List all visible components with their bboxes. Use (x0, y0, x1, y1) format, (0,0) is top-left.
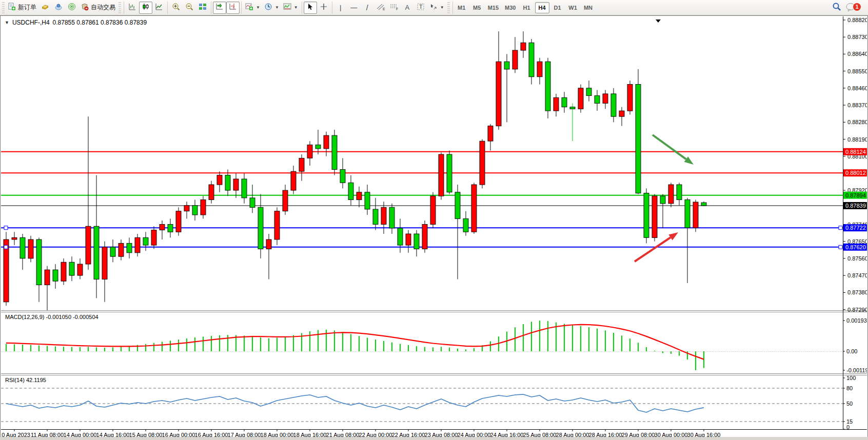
line-chart-icon (155, 3, 163, 12)
timeframe-MN[interactable]: MN (581, 2, 596, 13)
auto-trading-button[interactable]: 自动交易 (78, 2, 117, 14)
svg-text:0.88012: 0.88012 (845, 170, 866, 176)
toolbar-grip[interactable] (2, 2, 5, 13)
chevron-down-icon: ▼ (275, 5, 279, 10)
timeframe-H4[interactable]: H4 (535, 2, 549, 13)
svg-text:0.88730: 0.88730 (847, 34, 867, 40)
chart-shift-icon (229, 3, 237, 12)
separator (332, 2, 332, 14)
periods-button[interactable]: ▼ (262, 2, 281, 14)
candlestick-chart-button[interactable] (139, 2, 152, 14)
fibonacci-tool[interactable]: F (387, 2, 401, 14)
chart-symbol: USDCHF-,H4 (12, 19, 50, 26)
svg-text:0.88550: 0.88550 (847, 68, 867, 74)
shapes-icon (429, 3, 438, 12)
svg-text:E: E (383, 7, 385, 11)
svg-text:0.87380: 0.87380 (847, 289, 867, 295)
trendline-tool[interactable]: / (361, 2, 374, 14)
svg-text:0.88370: 0.88370 (847, 102, 867, 108)
vertical-line-tool[interactable]: | (334, 2, 347, 14)
separator (241, 2, 242, 14)
separator (124, 2, 124, 14)
person-cloud-icon (54, 3, 63, 12)
hline-handle (839, 226, 842, 230)
channel-icon: E (376, 3, 385, 12)
price-tag-0.87839: 0.87839 (843, 202, 867, 209)
trendline-icon: / (366, 4, 368, 12)
clock-icon (264, 3, 272, 12)
timeframe-M15[interactable]: M15 (485, 2, 501, 13)
chevron-down-icon: ▼ (256, 5, 260, 10)
macd-indicator-label: MACD(12,26,9) -0.001050 -0.000504 (5, 314, 98, 320)
zoom-in-icon (172, 3, 180, 12)
indicators-icon (245, 3, 253, 12)
text-tool[interactable]: A (401, 2, 414, 14)
timeframe-M30[interactable]: M30 (502, 2, 518, 13)
templates-button[interactable]: ▼ (281, 2, 300, 14)
svg-text:0.87620: 0.87620 (845, 244, 866, 250)
chart-dropdown-icon[interactable]: ▼ (5, 20, 9, 25)
auto-scroll-button[interactable] (213, 2, 226, 14)
cursor-button[interactable] (304, 2, 317, 14)
zoom-out-button[interactable] (183, 2, 196, 14)
timeframe-M5[interactable]: M5 (470, 2, 484, 13)
svg-text:80: 80 (846, 385, 853, 391)
vline-icon: | (340, 4, 341, 11)
chart-title[interactable]: ▼ USDCHF-,H4 0.87855 0.87861 0.87836 0.8… (5, 19, 147, 26)
svg-text:0.88280: 0.88280 (847, 119, 867, 125)
template-icon (283, 3, 291, 12)
tile-windows-button[interactable] (196, 2, 209, 14)
svg-text:0.001931: 0.001931 (846, 317, 867, 324)
separator (211, 2, 211, 14)
svg-text:0.88460: 0.88460 (847, 85, 867, 91)
crosshair-button[interactable] (317, 2, 330, 14)
bar-chart-icon (128, 3, 136, 12)
toolbar-grip[interactable] (119, 2, 121, 13)
line-chart-button[interactable] (152, 2, 166, 14)
hline-handle (4, 226, 8, 230)
bar-chart-button[interactable] (126, 2, 139, 14)
book-icon (41, 3, 49, 12)
notifications-button[interactable]: 1 (845, 2, 863, 14)
separator (302, 2, 302, 14)
toolbar-grip[interactable] (447, 2, 450, 13)
chevron-down-icon: ▼ (440, 5, 444, 10)
svg-text:0.87894: 0.87894 (845, 192, 866, 198)
hline-handle (839, 245, 842, 249)
window-bottom-edge (0, 437, 868, 440)
chart-shift-button[interactable] (226, 2, 240, 14)
text-label-tool[interactable]: T (414, 2, 427, 14)
timeframe-M1[interactable]: M1 (455, 2, 469, 13)
svg-text:0.87470: 0.87470 (847, 272, 867, 278)
signals-button[interactable] (65, 2, 78, 14)
new-order-icon (8, 3, 16, 12)
fibonacci-icon: F (389, 3, 399, 12)
horizontal-line-tool[interactable]: — (347, 2, 361, 14)
timeframe-D1[interactable]: D1 (550, 2, 565, 13)
svg-text:0.87839: 0.87839 (845, 203, 866, 209)
timeframe-W1[interactable]: W1 (566, 2, 580, 13)
price-tag-0.88124: 0.88124 (843, 148, 867, 155)
indicators-button[interactable]: ▼ (243, 2, 262, 14)
svg-text:-0.001192: -0.001192 (846, 367, 867, 373)
zoom-out-icon (185, 3, 193, 12)
timeframe-H1[interactable]: H1 (520, 2, 534, 13)
svg-text:50: 50 (846, 401, 853, 407)
chart-canvas[interactable]: 0.888200.887300.886400.885500.884600.883… (1, 16, 867, 440)
svg-text:0.88640: 0.88640 (847, 51, 867, 57)
cursor-icon (306, 3, 314, 12)
svg-text:0.87560: 0.87560 (847, 255, 867, 262)
equidistant-channel-tool[interactable]: E (374, 2, 387, 14)
zoom-in-button[interactable] (169, 2, 183, 14)
hline-handle (4, 245, 8, 249)
main-toolbar: 新订单 自动交易 ▼ ▼ ▼ (0, 0, 868, 15)
search-icon[interactable] (832, 2, 841, 13)
arrows-tool[interactable]: ▼ (427, 2, 446, 14)
svg-text:T: T (419, 4, 423, 10)
market-watch-button[interactable] (38, 2, 52, 14)
chevron-down-icon: ▼ (294, 5, 298, 10)
new-order-button[interactable]: 新订单 (6, 2, 38, 14)
svg-text:100: 100 (846, 375, 856, 381)
svg-text:0.88820: 0.88820 (847, 17, 867, 23)
community-button[interactable] (52, 2, 65, 14)
